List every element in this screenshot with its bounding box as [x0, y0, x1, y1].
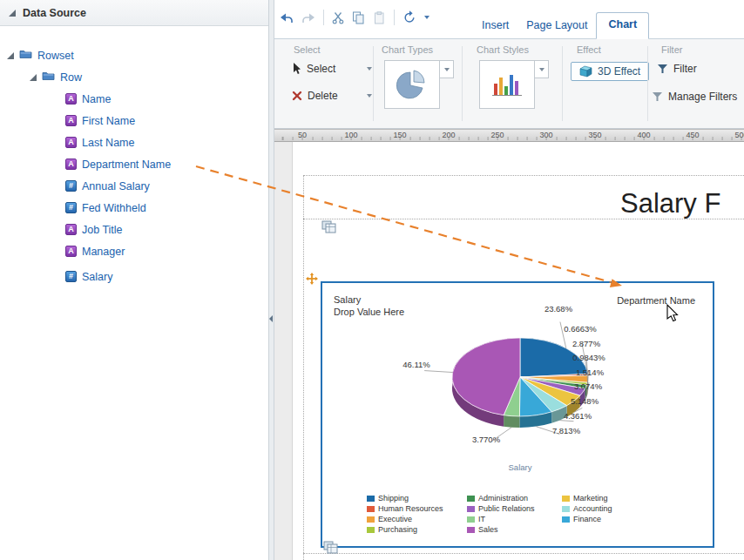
legend-column: AdministrationPublic RelationsITSales: [467, 493, 535, 535]
pie-percent-label: 0.9843%: [572, 353, 605, 362]
numeric-field-icon: #: [65, 202, 77, 213]
legend-item-sales: Sales: [467, 524, 535, 535]
chart-type-dropdown[interactable]: [440, 60, 454, 78]
folder-icon: [19, 49, 32, 62]
tree-item-department-name[interactable]: ADepartment Name: [0, 153, 268, 175]
tree-item-label: Department Name: [82, 159, 171, 171]
ribbon-tabs: Insert Page Layout Chart: [473, 12, 649, 39]
pie-chart-type-icon: [396, 70, 428, 99]
ruler-mark: 250: [490, 131, 504, 139]
table-icon[interactable]: [323, 541, 338, 554]
numeric-field-icon: #: [65, 180, 77, 192]
select-button-label: Select: [307, 63, 335, 75]
chart-object[interactable]: Salary Drop Value Here Department Name 2…: [321, 281, 714, 548]
legend-label: Administration: [478, 494, 528, 503]
splitter-collapse-icon[interactable]: [269, 315, 273, 322]
chart-type-button[interactable]: [384, 60, 440, 109]
tree-item-salary[interactable]: #Salary: [0, 266, 268, 287]
pie-percent-label: 3.074%: [574, 381, 603, 391]
legend-item-marketing: Marketing: [562, 493, 612, 503]
tree-item-label: Job Title: [82, 224, 123, 236]
pie-percent-label: 1.514%: [576, 368, 605, 377]
ruler-mark: 300: [539, 131, 552, 139]
tree-item-annual-salary[interactable]: #Annual Salary: [0, 175, 268, 197]
tree-item-first-name[interactable]: AFirst Name: [0, 110, 268, 132]
chart-move-handle-icon[interactable]: [306, 273, 318, 285]
select-dropdown-icon[interactable]: [367, 67, 372, 71]
filter-button[interactable]: Filter: [658, 63, 697, 75]
effect-group-label: Effect: [577, 44, 601, 55]
expander-icon[interactable]: [7, 50, 14, 62]
tree-item-label: Salary: [82, 271, 112, 283]
chart-style-button[interactable]: [479, 60, 535, 109]
pie-percent-label: 3.770%: [472, 435, 501, 444]
report-title-text[interactable]: Salary F: [620, 188, 720, 219]
tree-item-fed-withheld[interactable]: #Fed Withheld: [0, 197, 268, 219]
chart-style-dropdown[interactable]: [535, 60, 549, 78]
legend-item-administration: Administration: [467, 493, 535, 503]
effect-3d-button[interactable]: 3D Effect: [571, 62, 649, 81]
select-button[interactable]: Select: [292, 63, 372, 75]
tab-page-layout[interactable]: Page Layout: [517, 13, 596, 39]
tree-item-rowset[interactable]: Rowset: [0, 44, 268, 66]
tree-item-label: Row: [60, 71, 82, 84]
ribbon-divider: [373, 46, 374, 121]
undo-icon[interactable]: [280, 12, 294, 24]
cursor-arrow-icon: [292, 63, 301, 75]
tab-insert[interactable]: Insert: [473, 13, 517, 39]
funnel-gray-icon: [653, 92, 663, 102]
margin-guide-horizontal: [303, 175, 744, 176]
legend-swatch: [367, 506, 375, 512]
refresh-dropdown-icon[interactable]: [424, 16, 429, 19]
ruler-mark: 50: [298, 131, 307, 139]
legend-item-accounting: Accounting: [562, 503, 612, 514]
tree-item-last-name[interactable]: ALast Name: [0, 132, 268, 153]
legend-item-human-resources: Human Resources: [367, 503, 443, 514]
folder-icon: [42, 71, 55, 84]
legend-swatch: [467, 516, 475, 523]
legend-item-it: IT: [467, 514, 535, 524]
delete-dropdown-icon[interactable]: [367, 94, 372, 98]
panel-splitter[interactable]: [268, 0, 274, 560]
manage-filters-button[interactable]: Manage Filters: [653, 91, 737, 103]
legend-item-purchasing: Purchasing: [367, 524, 443, 535]
tree-item-label: Last Name: [82, 137, 134, 149]
text-field-icon: A: [65, 93, 77, 105]
delete-button-label: Delete: [308, 90, 338, 102]
legend-item-public-relations: Public Relations: [467, 503, 535, 514]
ruler-mark: 450: [686, 131, 699, 139]
funnel-icon: [658, 64, 668, 74]
text-field-icon: A: [65, 137, 77, 148]
legend-swatch: [367, 496, 375, 502]
copy-icon[interactable]: [352, 11, 365, 24]
expander-icon[interactable]: [30, 71, 37, 84]
legend-label: Marketing: [573, 494, 608, 503]
text-field-icon: A: [65, 224, 77, 235]
design-canvas[interactable]: Salary F Salary Drop Value Here: [274, 142, 744, 560]
text-field-icon: A: [65, 159, 77, 170]
pie-percent-label: 2.877%: [572, 339, 601, 348]
refresh-icon[interactable]: [402, 10, 416, 24]
delete-x-icon: [292, 91, 302, 101]
table-icon[interactable]: [321, 220, 336, 233]
redo-icon: [301, 12, 315, 24]
tree-item-job-title[interactable]: AJob Title: [0, 219, 268, 240]
filter-button-label: Filter: [673, 63, 697, 75]
legend-swatch: [467, 506, 475, 512]
legend-item-executive: Executive: [367, 514, 443, 524]
tab-chart[interactable]: Chart: [596, 12, 649, 39]
legend-swatch: [467, 527, 475, 533]
chart-ribbon: Select Select Delete Chart Types: [274, 39, 744, 129]
delete-button[interactable]: Delete: [292, 90, 372, 102]
tree-item-manager[interactable]: AManager: [0, 240, 268, 262]
legend-item-shipping: Shipping: [367, 493, 443, 503]
tree-item-label: First Name: [82, 115, 135, 127]
legend-label: Purchasing: [378, 525, 417, 534]
ruler-mark: 100: [344, 131, 357, 139]
tree-item-name[interactable]: AName: [0, 88, 268, 110]
ribbon-divider: [562, 46, 563, 121]
cut-icon[interactable]: [332, 11, 344, 24]
tree-item-row[interactable]: Row: [0, 66, 268, 88]
tree-item-label: Fed Withheld: [82, 202, 146, 214]
data-source-header[interactable]: Data Source: [0, 0, 268, 26]
